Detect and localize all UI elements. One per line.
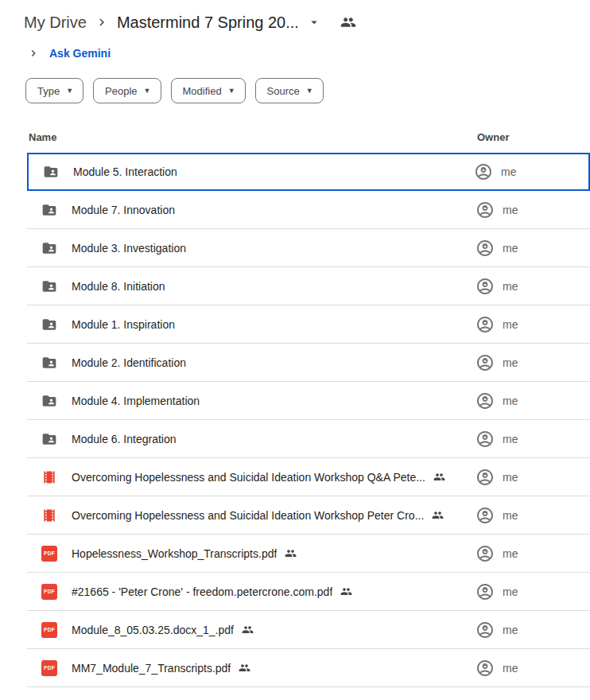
file-list: PDF Module 5. Interaction me PDF Module … (27, 153, 590, 687)
file-row[interactable]: PDF Module 6. Integration me (27, 420, 590, 458)
column-header-owner[interactable]: Owner (477, 131, 590, 143)
file-name: Module 4. Implementation (72, 395, 200, 407)
owner-cell: me (475, 315, 590, 334)
file-name-cell: Module_8_05.03.25.docx_1_.pdf (57, 624, 475, 636)
shared-folder-icon (41, 431, 57, 447)
ask-gemini-toggle[interactable]: Ask Gemini (27, 43, 590, 64)
owner-avatar-icon (475, 506, 495, 525)
file-row[interactable]: PDF #21665 - 'Peter Crone' - freedom.pet… (27, 573, 590, 611)
shared-people-icon (340, 585, 352, 597)
owner-avatar-icon (475, 468, 495, 487)
file-row[interactable]: PDF Module_8_05.03.25.docx_1_.pdf me (27, 611, 590, 649)
file-row[interactable]: PDF Module 8. Initiation me (27, 267, 590, 305)
owner-avatar-icon (475, 239, 495, 258)
file-row[interactable]: PDF Module 7. Innovation me (27, 191, 590, 229)
filter-chip-modified[interactable]: Modified ▼ (171, 78, 246, 103)
file-row[interactable]: PDF Module 1. Inspiration me (27, 305, 590, 344)
owner-avatar-icon (475, 659, 495, 678)
owner-name: me (501, 165, 516, 178)
file-name: Overcoming Hopelessness and Suicidal Ide… (72, 471, 425, 484)
file-table-header: Name Owner (0, 121, 590, 153)
shared-people-icon (433, 471, 445, 483)
file-name-cell: Module 8. Initiation (57, 280, 475, 293)
owner-cell: me (475, 468, 590, 487)
file-type-icon: PDF (41, 431, 57, 447)
owner-avatar-icon (475, 391, 495, 410)
file-type-icon: PDF (41, 584, 57, 600)
file-row[interactable]: PDF Module 2. Identification me (27, 344, 590, 382)
file-row[interactable]: PDF Overcoming Hopelessness and Suicidal… (27, 458, 590, 496)
breadcrumb: My Drive Mastermind 7 Spring 20... (0, 0, 590, 35)
file-name-cell: Module 2. Identification (57, 356, 475, 369)
file-name: MM7_Module_7_Transcripts.pdf (72, 662, 231, 675)
file-name-cell: MM7_Module_7_Transcripts.pdf (57, 662, 475, 675)
file-row[interactable]: PDF Hopelessness_Workshop_Transcripts.pd… (27, 535, 590, 573)
owner-avatar-icon (475, 620, 495, 640)
pdf-icon: PDF (41, 584, 57, 600)
owner-cell: me (475, 353, 590, 372)
pdf-icon: PDF (41, 622, 57, 638)
file-name-cell: Module 7. Innovation (57, 204, 475, 216)
owner-avatar-icon (475, 315, 495, 334)
chevron-down-icon: ▼ (306, 87, 313, 95)
shared-folder-icon (41, 355, 57, 371)
filter-chip-people[interactable]: People ▼ (93, 78, 161, 103)
column-header-name[interactable]: Name (29, 131, 477, 143)
shared-folder-icon (41, 317, 57, 332)
video-icon (41, 469, 57, 485)
owner-cell: me (475, 391, 590, 410)
pdf-icon: PDF (41, 660, 57, 676)
owner-cell: me (475, 430, 590, 449)
file-type-icon: PDF (41, 622, 57, 638)
chevron-down-icon: ▼ (66, 87, 73, 95)
filter-chip-source[interactable]: Source ▼ (255, 78, 324, 103)
owner-name: me (503, 356, 518, 369)
owner-avatar-icon (475, 582, 495, 601)
file-type-icon: PDF (43, 164, 59, 180)
folder-menu-caret-icon[interactable] (307, 15, 321, 29)
file-name-cell: Hopelessness_Workshop_Transcripts.pdf (57, 547, 475, 560)
file-name: Module 8. Initiation (72, 280, 165, 293)
filter-chip-type-label: Type (37, 85, 60, 97)
file-type-icon: PDF (41, 355, 57, 371)
file-type-icon: PDF (41, 202, 57, 218)
shared-folder-icon (41, 278, 57, 294)
file-name: Overcoming Hopelessness and Suicidal Ide… (72, 509, 424, 522)
owner-avatar-icon (475, 200, 495, 220)
file-row[interactable]: PDF Module 5. Interaction me (27, 153, 590, 191)
shared-people-icon (239, 662, 250, 674)
shared-folder-icon (41, 202, 57, 218)
file-name: Module 2. Identification (72, 356, 186, 369)
owner-name: me (503, 547, 518, 560)
owner-cell: me (475, 544, 590, 563)
shared-folder-icon (41, 240, 57, 256)
file-name: Module 7. Innovation (72, 204, 175, 216)
filter-chip-type[interactable]: Type ▼ (25, 78, 83, 103)
file-name: Module 6. Integration (72, 433, 177, 445)
file-row[interactable]: PDF Overcoming Hopelessness and Suicidal… (27, 496, 590, 535)
video-icon (41, 508, 57, 523)
file-name: #21665 - 'Peter Crone' - freedom.petercr… (72, 585, 332, 598)
breadcrumb-chevron-icon (95, 15, 109, 29)
owner-cell: me (475, 200, 590, 220)
shared-members-icon[interactable] (340, 14, 356, 30)
breadcrumb-current-folder[interactable]: Mastermind 7 Spring 20... (117, 14, 299, 32)
breadcrumb-my-drive[interactable]: My Drive (24, 14, 87, 32)
shared-folder-icon (41, 393, 57, 409)
filter-chip-modified-label: Modified (183, 85, 222, 97)
filter-chip-people-label: People (105, 85, 137, 97)
file-name-cell: Overcoming Hopelessness and Suicidal Ide… (57, 471, 475, 484)
file-row[interactable]: PDF Module 3. Investigation me (27, 229, 590, 267)
owner-name: me (503, 624, 518, 636)
filter-chip-bar: Type ▼ People ▼ Modified ▼ Source ▼ (25, 78, 590, 103)
owner-name: me (503, 433, 518, 445)
file-type-icon: PDF (41, 469, 57, 485)
file-row[interactable]: PDF Module 4. Implementation me (27, 382, 590, 420)
owner-cell: me (475, 620, 590, 640)
shared-folder-icon (43, 164, 59, 180)
owner-name: me (503, 509, 518, 522)
owner-avatar-icon (475, 430, 495, 449)
owner-name: me (503, 585, 518, 598)
owner-avatar-icon (475, 544, 495, 563)
file-row[interactable]: PDF MM7_Module_7_Transcripts.pdf me (27, 649, 590, 687)
